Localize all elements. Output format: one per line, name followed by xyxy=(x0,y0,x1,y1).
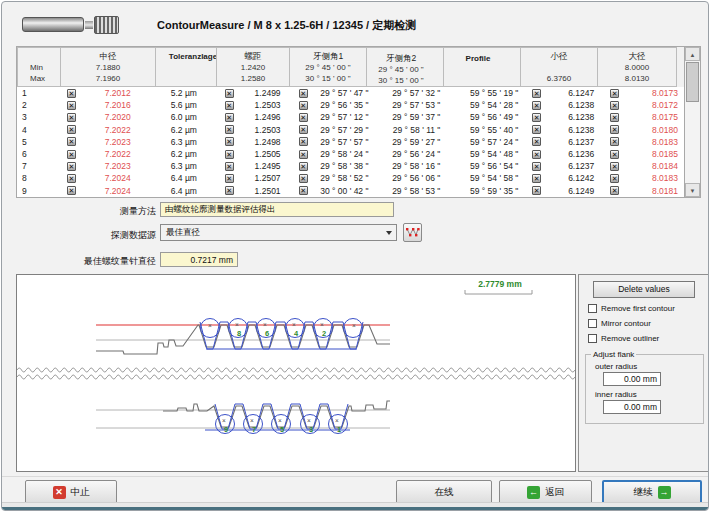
table-row[interactable]: 4 ✕7.2022 6.2 µm ✕1.2503 ✕29 ° 57 ' 29 "… xyxy=(17,124,684,136)
table-row[interactable]: 1 ✕7.2012 5.2 µm ✕1.2499 ✕29 ° 57 ' 47 "… xyxy=(17,87,684,99)
profile-value: 59 ° 56 ' 49 " xyxy=(470,112,518,122)
flank-angle-2-value: 29 ° 57 ' 53 " xyxy=(392,100,440,110)
checkbox-label: Mirror contour xyxy=(601,319,651,328)
flank-angle-2-value: 29 ° 56 ' 06 " xyxy=(392,173,440,183)
minor-diameter-value: 6.1242 xyxy=(541,173,604,183)
table-row[interactable]: 5 ✕7.2023 6.3 µm ✕1.2498 ✕29 ° 57 ' 57 "… xyxy=(17,136,684,148)
row-number: 6 xyxy=(17,148,61,160)
row-number: 3 xyxy=(17,111,61,123)
checkbox-checked-icon[interactable]: ✕ xyxy=(610,125,619,134)
scrollbar-track[interactable] xyxy=(685,103,700,183)
min-label: Min xyxy=(30,62,43,73)
checkbox-checked-icon[interactable]: ✕ xyxy=(610,174,619,183)
checkbox-checked-icon[interactable]: ✕ xyxy=(299,174,308,183)
checkbox-checked-icon[interactable]: ✕ xyxy=(67,125,76,134)
checkbox-checked-icon[interactable]: ✕ xyxy=(299,113,308,122)
checkbox-checked-icon[interactable]: ✕ xyxy=(225,174,234,183)
remove-outliner-option[interactable]: Remove outliner xyxy=(588,334,709,343)
checkbox-checked-icon[interactable]: ✕ xyxy=(532,101,541,110)
online-label: 在线 xyxy=(435,486,454,499)
profile-value: 59 ° 56 ' 54 " xyxy=(470,161,518,171)
table-row[interactable]: 9 ✕7.2024 6.4 µm ✕1.2501 ✕30 ° 00 ' 42 "… xyxy=(17,185,684,197)
checkbox-checked-icon[interactable]: ✕ xyxy=(532,162,541,171)
checkbox-checked-icon[interactable]: ✕ xyxy=(610,113,619,122)
checkbox-checked-icon[interactable]: ✕ xyxy=(299,101,308,110)
pitch-diameter-value: 7.2012 xyxy=(76,88,157,98)
checkbox-checked-icon[interactable]: ✕ xyxy=(532,125,541,134)
svg-text:9: 9 xyxy=(224,425,228,434)
major-diameter-value: 8.0183 xyxy=(619,137,684,147)
upper-marker-numbers: 8 6 4 2 xyxy=(237,329,326,338)
scroll-up-icon[interactable]: ▲ xyxy=(685,47,700,61)
table-grid: Min Max 中径 7.1880 7.1960 Toleranzlage 螺距… xyxy=(16,46,685,198)
checkbox-checked-icon[interactable]: ✕ xyxy=(532,174,541,183)
checkbox-checked-icon[interactable]: ✕ xyxy=(299,186,308,195)
checkbox-checked-icon[interactable]: ✕ xyxy=(67,101,76,110)
pitch-value: 1.2499 xyxy=(234,88,293,98)
table-row[interactable]: 8 ✕7.2024 6.4 µm ✕1.2507 ✕29 ° 58 ' 52 "… xyxy=(17,172,684,184)
checkbox-checked-icon[interactable]: ✕ xyxy=(610,150,619,159)
row-number: 5 xyxy=(17,136,61,148)
table-row[interactable]: 3 ✕7.2020 6.0 µm ✕1.2496 ✕29 ° 57 ' 12 "… xyxy=(17,111,684,123)
checkbox-unchecked-icon[interactable] xyxy=(588,304,597,313)
probe-points-button[interactable] xyxy=(403,223,422,242)
checkbox-checked-icon[interactable]: ✕ xyxy=(299,89,308,98)
checkbox-checked-icon[interactable]: ✕ xyxy=(299,137,308,146)
checkbox-checked-icon[interactable]: ✕ xyxy=(610,162,619,171)
table-row[interactable]: 6 ✕7.2022 6.2 µm ✕1.2505 ✕29 ° 58 ' 24 "… xyxy=(17,148,684,160)
scroll-down-icon[interactable]: ▼ xyxy=(685,183,700,197)
remove-first-contour-option[interactable]: Remove first contour xyxy=(588,304,709,313)
checkbox-checked-icon[interactable]: ✕ xyxy=(225,186,234,195)
scrollbar-thumb[interactable] xyxy=(686,62,699,102)
source-dropdown[interactable]: 最佳直径 xyxy=(160,224,397,241)
flank-angle-1-value: 29 ° 58 ' 24 " xyxy=(308,149,371,159)
checkbox-checked-icon[interactable]: ✕ xyxy=(532,89,541,98)
delete-values-button[interactable]: Delete values xyxy=(593,281,695,298)
checkbox-checked-icon[interactable]: ✕ xyxy=(532,137,541,146)
minor-diameter-value: 6.1249 xyxy=(541,186,604,196)
pitch-value: 1.2503 xyxy=(234,125,293,135)
checkbox-checked-icon[interactable]: ✕ xyxy=(67,89,76,98)
wire-diameter-input[interactable]: 0.7217 mm xyxy=(160,252,238,267)
checkbox-checked-icon[interactable]: ✕ xyxy=(610,101,619,110)
flank-angle-1-value: 29 ° 56 ' 35 " xyxy=(308,100,371,110)
method-input[interactable]: 由螺纹轮廓测量数据评估得出 xyxy=(160,202,394,217)
checkbox-checked-icon[interactable]: ✕ xyxy=(610,186,619,195)
table-scrollbar[interactable]: ▲ ▼ xyxy=(685,46,701,198)
header-pitch-diameter: 中径 7.1880 7.1960 xyxy=(60,47,156,87)
mirror-contour-option[interactable]: Mirror contour xyxy=(588,319,709,328)
inner-radius-input[interactable]: 0.00 mm xyxy=(603,400,661,414)
checkbox-checked-icon[interactable]: ✕ xyxy=(532,113,541,122)
checkbox-checked-icon[interactable]: ✕ xyxy=(67,174,76,183)
checkbox-unchecked-icon[interactable] xyxy=(588,334,597,343)
checkbox-checked-icon[interactable]: ✕ xyxy=(225,113,234,122)
table-row[interactable]: 2 ✕7.2016 5.6 µm ✕1.2503 ✕29 ° 56 ' 35 "… xyxy=(17,99,684,111)
checkbox-unchecked-icon[interactable] xyxy=(588,319,597,328)
outer-radius-input[interactable]: 0.00 mm xyxy=(603,372,661,386)
minor-diameter-value: 6.1238 xyxy=(541,100,604,110)
checkbox-checked-icon[interactable]: ✕ xyxy=(67,137,76,146)
checkbox-checked-icon[interactable]: ✕ xyxy=(67,113,76,122)
checkbox-checked-icon[interactable]: ✕ xyxy=(225,89,234,98)
checkbox-checked-icon[interactable]: ✕ xyxy=(610,89,619,98)
checkbox-checked-icon[interactable]: ✕ xyxy=(67,186,76,195)
checkbox-checked-icon[interactable]: ✕ xyxy=(225,162,234,171)
checkbox-checked-icon[interactable]: ✕ xyxy=(67,162,76,171)
profile-value: 59 ° 57 ' 24 " xyxy=(470,137,518,147)
checkbox-checked-icon[interactable]: ✕ xyxy=(299,125,308,134)
checkbox-checked-icon[interactable]: ✕ xyxy=(225,150,234,159)
break-band xyxy=(17,367,575,381)
checkbox-checked-icon[interactable]: ✕ xyxy=(610,137,619,146)
checkbox-checked-icon[interactable]: ✕ xyxy=(532,186,541,195)
table-row[interactable]: 7 ✕7.2023 6.3 µm ✕1.2495 ✕29 ° 58 ' 38 "… xyxy=(17,160,684,172)
checkbox-checked-icon[interactable]: ✕ xyxy=(532,150,541,159)
checkbox-checked-icon[interactable]: ✕ xyxy=(299,162,308,171)
flank-angle-1-value: 29 ° 57 ' 57 " xyxy=(308,137,371,147)
checkbox-checked-icon[interactable]: ✕ xyxy=(67,150,76,159)
contour-plot-panel[interactable]: 2.7779 mm ××× ××× 8 6 4 2 xyxy=(16,274,576,472)
checkbox-checked-icon[interactable]: ✕ xyxy=(299,150,308,159)
svg-text:6: 6 xyxy=(265,329,269,338)
checkbox-checked-icon[interactable]: ✕ xyxy=(225,125,234,134)
checkbox-checked-icon[interactable]: ✕ xyxy=(225,101,234,110)
checkbox-checked-icon[interactable]: ✕ xyxy=(225,137,234,146)
